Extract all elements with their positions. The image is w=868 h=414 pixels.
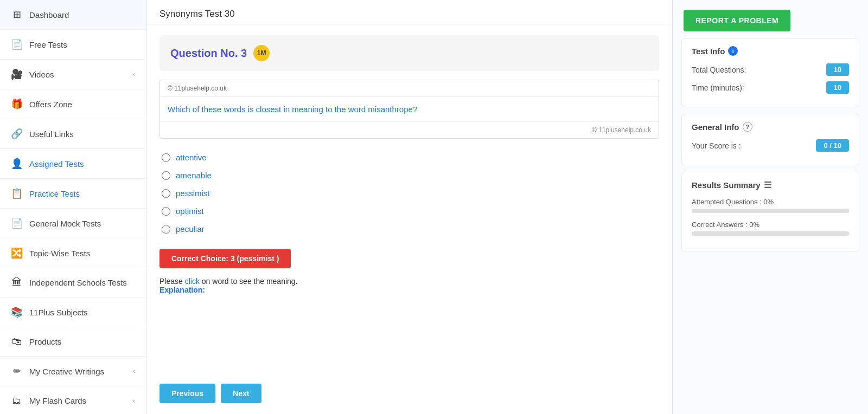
test-info-section: Test Info i Total Questions: 10 Time (mi… — [681, 38, 859, 107]
sidebar-item-products[interactable]: 🛍 Products — [0, 327, 146, 357]
test-info-icon: i — [728, 46, 738, 56]
sidebar-icon-my-creative-writings: ✏ — [11, 365, 23, 377]
previous-button[interactable]: Previous — [159, 384, 215, 403]
right-panel: REPORT A PROBLEM Test Info i Total Quest… — [673, 0, 868, 414]
option-item-2[interactable]: amenable — [159, 166, 659, 184]
sidebar-label-free-tests: Free Tests — [29, 40, 67, 49]
sidebar-label-independent-schools: Independent Schools Tests — [29, 278, 127, 287]
sidebar-item-11plus-subjects[interactable]: 📚 11Plus Subjects — [0, 297, 146, 327]
option-item-3[interactable]: pessimist — [159, 184, 659, 202]
sidebar: ⊞ Dashboard 📄 Free Tests 🎥 Videos ‹ 🎁 Of… — [0, 0, 146, 414]
sidebar-label-my-flash-cards: My Flash Cards — [29, 396, 86, 405]
correct-label: Correct Answers : 0% — [692, 221, 849, 229]
time-row: Time (minutes): 10 — [692, 81, 849, 94]
test-info-title: Test Info i — [692, 46, 849, 56]
page-title: Synonyms Test 30 — [146, 0, 672, 24]
total-questions-badge: 10 — [826, 63, 849, 76]
results-summary-title: Results Summary ☰ — [692, 180, 849, 190]
option-radio-2[interactable] — [162, 171, 170, 180]
sidebar-label-useful-links: Useful Links — [29, 130, 74, 139]
total-questions-row: Total Questions: 10 — [692, 63, 849, 76]
sidebar-icon-assigned-tests: 👤 — [11, 158, 23, 170]
sidebar-item-assigned-tests[interactable]: 👤 Assigned Tests — [0, 149, 146, 179]
option-label-4: optimist — [176, 206, 204, 216]
question-number: Question No. 3 — [170, 47, 247, 60]
option-radio-5[interactable] — [162, 225, 170, 234]
score-badge: 0 / 10 — [816, 139, 849, 152]
main-content: Synonyms Test 30 Question No. 3 1M © 11p… — [146, 0, 673, 414]
sidebar-icon-useful-links: 🔗 — [11, 128, 23, 140]
attempted-stat: Attempted Questions : 0% — [692, 198, 849, 213]
sidebar-label-general-mock-tests: General Mock Tests — [29, 219, 101, 228]
sidebar-item-my-creative-writings[interactable]: ✏ My Creative Writings ‹ — [0, 357, 146, 386]
attempted-label: Attempted Questions : 0% — [692, 198, 849, 206]
question-header-box: Question No. 3 1M — [159, 35, 659, 71]
sidebar-item-dashboard[interactable]: ⊞ Dashboard — [0, 0, 146, 30]
correct-progress-bg — [692, 231, 849, 236]
marks-badge: 1M — [253, 45, 270, 61]
sidebar-label-my-creative-writings: My Creative Writings — [29, 367, 104, 376]
sidebar-icon-general-mock-tests: 📄 — [11, 217, 23, 229]
general-info-title: General Info ? — [692, 122, 849, 132]
options-list: attentive amenable pessimist optimist pe… — [159, 148, 659, 238]
correct-choice-badge: Correct Choice: 3 (pessimist ) — [159, 249, 291, 268]
sidebar-icon-practice-tests: 📋 — [11, 187, 23, 199]
explanation-area: Please click on word to see the meaning.… — [159, 277, 659, 294]
attempted-progress-bg — [692, 209, 849, 213]
option-radio-1[interactable] — [162, 153, 170, 162]
sidebar-icon-independent-schools: 🏛 — [11, 277, 23, 288]
explanation-text: Explanation: — [159, 286, 659, 294]
sidebar-icon-11plus-subjects: 📚 — [11, 306, 23, 318]
option-item-5[interactable]: peculiar — [159, 220, 659, 238]
time-badge: 10 — [826, 81, 849, 94]
click-hint: Please click on word to see the meaning. — [159, 277, 659, 286]
question-text: Which of these words is closest in meani… — [160, 97, 659, 121]
report-problem-button[interactable]: REPORT A PROBLEM — [684, 10, 790, 31]
general-info-icon: ? — [743, 122, 752, 132]
sidebar-item-general-mock-tests[interactable]: 📄 General Mock Tests — [0, 209, 146, 238]
option-radio-3[interactable] — [162, 189, 170, 198]
score-row: Your Score is : 0 / 10 — [692, 139, 849, 152]
sidebar-label-practice-tests: Practice Tests — [29, 189, 80, 198]
question-footer-copyright: © 11plusehelp.co.uk — [160, 121, 659, 138]
option-radio-4[interactable] — [162, 207, 170, 216]
click-link[interactable]: click — [185, 277, 200, 286]
sidebar-item-practice-tests[interactable]: 📋 Practice Tests — [0, 179, 146, 209]
sidebar-label-offers-zone: Offers Zone — [29, 100, 72, 109]
sidebar-icon-videos: 🎥 — [11, 68, 23, 80]
sidebar-item-free-tests[interactable]: 📄 Free Tests — [0, 30, 146, 60]
sidebar-item-videos[interactable]: 🎥 Videos ‹ — [0, 60, 146, 89]
sidebar-item-useful-links[interactable]: 🔗 Useful Links — [0, 119, 146, 149]
sidebar-item-independent-schools[interactable]: 🏛 Independent Schools Tests — [0, 268, 146, 297]
next-button[interactable]: Next — [221, 384, 261, 403]
chevron-icon-my-creative-writings: ‹ — [133, 367, 135, 375]
sidebar-label-11plus-subjects: 11Plus Subjects — [29, 308, 88, 317]
option-label-5: peculiar — [176, 224, 205, 234]
option-item-1[interactable]: attentive — [159, 148, 659, 166]
question-content-box: © 11plusehelp.co.uk Which of these words… — [159, 80, 659, 139]
sidebar-item-topic-wise-tests[interactable]: 🔀 Topic-Wise Tests — [0, 238, 146, 268]
correct-stat: Correct Answers : 0% — [692, 221, 849, 236]
sidebar-label-products: Products — [29, 337, 61, 346]
results-icon: ☰ — [764, 180, 771, 190]
option-item-4[interactable]: optimist — [159, 202, 659, 220]
sidebar-item-offers-zone[interactable]: 🎁 Offers Zone — [0, 89, 146, 119]
sidebar-icon-dashboard: ⊞ — [11, 9, 23, 21]
question-copyright: © 11plusehelp.co.uk — [160, 80, 659, 97]
option-label-2: amenable — [176, 171, 212, 180]
question-container: Question No. 3 1M © 11plusehelp.co.uk Wh… — [146, 24, 672, 378]
option-label-1: attentive — [176, 153, 207, 162]
sidebar-label-assigned-tests: Assigned Tests — [29, 159, 84, 169]
sidebar-item-my-flash-cards[interactable]: 🗂 My Flash Cards ‹ — [0, 386, 146, 414]
sidebar-icon-offers-zone: 🎁 — [11, 98, 23, 110]
option-label-3: pessimist — [176, 189, 210, 198]
general-info-section: General Info ? Your Score is : 0 / 10 — [681, 114, 859, 165]
sidebar-label-dashboard: Dashboard — [29, 10, 69, 20]
sidebar-label-topic-wise-tests: Topic-Wise Tests — [29, 249, 90, 258]
chevron-icon-videos: ‹ — [133, 70, 135, 78]
sidebar-label-videos: Videos — [29, 70, 54, 79]
sidebar-icon-topic-wise-tests: 🔀 — [11, 247, 23, 259]
sidebar-icon-my-flash-cards: 🗂 — [11, 395, 23, 406]
sidebar-icon-free-tests: 📄 — [11, 38, 23, 50]
chevron-icon-my-flash-cards: ‹ — [133, 397, 135, 405]
